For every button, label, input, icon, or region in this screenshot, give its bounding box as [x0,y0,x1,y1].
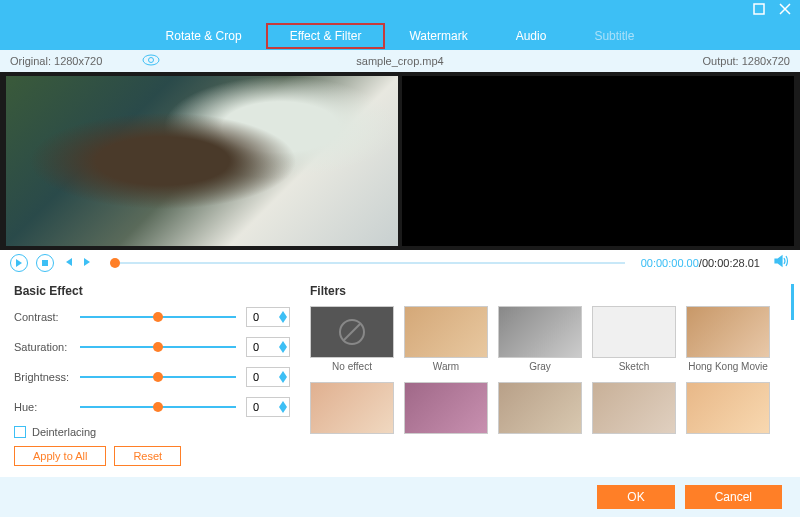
contrast-slider[interactable] [80,316,236,318]
footer: OK Cancel [0,477,800,517]
filter-row2-b[interactable] [404,382,488,434]
play-button[interactable] [10,254,28,272]
filter-row2-a[interactable] [310,382,394,434]
output-resolution: Output: 1280x720 [703,55,790,67]
ok-button[interactable]: OK [597,485,674,509]
filter-warm-label: Warm [404,361,488,372]
deinterlacing-row[interactable]: Deinterlacing [14,426,290,438]
svg-rect-3 [42,260,48,266]
hue-spinner[interactable] [279,401,287,413]
tab-subtitle[interactable]: Subtitle [570,23,658,49]
volume-icon[interactable] [774,254,790,272]
stop-button[interactable] [36,254,54,272]
filter-none-label: No effect [310,361,394,372]
brightness-thumb[interactable] [153,372,163,382]
hue-thumb[interactable] [153,402,163,412]
brightness-value[interactable]: 0 [246,367,290,387]
filter-2c-thumb [498,382,582,434]
next-frame-button[interactable] [82,254,94,272]
filter-none-thumb [310,306,394,358]
tab-bar: Rotate & Crop Effect & Filter Watermark … [0,22,800,50]
filter-sketch-label: Sketch [592,361,676,372]
filter-sketch[interactable]: Sketch [592,306,676,372]
deinterlacing-label: Deinterlacing [32,426,96,438]
saturation-label: Saturation: [14,341,80,353]
close-icon[interactable] [778,2,792,20]
hue-label: Hue: [14,401,80,413]
brightness-slider[interactable] [80,376,236,378]
preview-output [402,76,794,246]
filename: sample_crop.mp4 [356,55,443,67]
brightness-label: Brightness: [14,371,80,383]
playback-controls: 00:00:00.00/00:00:28.01 [0,250,800,276]
brightness-spinner[interactable] [279,371,287,383]
basic-effect-title: Basic Effect [14,284,290,298]
original-resolution: Original: 1280x720 [10,55,102,67]
saturation-slider[interactable] [80,346,236,348]
time-total: 00:00:28.01 [702,257,760,269]
tab-watermark[interactable]: Watermark [385,23,491,49]
maximize-icon[interactable] [752,2,766,20]
filter-gray-thumb [498,306,582,358]
deinterlacing-checkbox[interactable] [14,426,26,438]
filter-gray[interactable]: Gray [498,306,582,372]
timeline-slider[interactable] [110,262,625,264]
preview-original [6,76,398,246]
contrast-spinner[interactable] [279,311,287,323]
filter-gray-label: Gray [498,361,582,372]
filter-hongkong[interactable]: Hong Kong Movie [686,306,770,372]
filter-sketch-thumb [592,306,676,358]
info-bar: Original: 1280x720 sample_crop.mp4 Outpu… [0,50,800,72]
apply-all-button[interactable]: Apply to All [14,446,106,466]
hue-slider[interactable] [80,406,236,408]
tab-audio[interactable]: Audio [492,23,571,49]
filter-2d-thumb [592,382,676,434]
preview-area [0,72,800,250]
filters-panel: Filters No effect Warm Gray Sketch Hong … [310,284,786,466]
filter-hk-label: Hong Kong Movie [686,361,770,372]
filter-warm-thumb [404,306,488,358]
filter-2a-thumb [310,382,394,434]
titlebar [0,0,800,22]
cancel-button[interactable]: Cancel [685,485,782,509]
basic-effect-panel: Basic Effect Contrast: 0 Saturation: 0 B… [14,284,290,466]
tab-rotate-crop[interactable]: Rotate & Crop [142,23,266,49]
filter-none[interactable]: No effect [310,306,394,372]
reset-button[interactable]: Reset [114,446,181,466]
svg-point-2 [149,58,154,63]
editor-panel: Basic Effect Contrast: 0 Saturation: 0 B… [0,276,800,466]
contrast-label: Contrast: [14,311,80,323]
filters-scrollbar[interactable] [791,284,794,320]
contrast-thumb[interactable] [153,312,163,322]
svg-point-1 [143,55,159,65]
saturation-spinner[interactable] [279,341,287,353]
filter-warm[interactable]: Warm [404,306,488,372]
hue-value[interactable]: 0 [246,397,290,417]
saturation-value[interactable]: 0 [246,337,290,357]
timeline-thumb[interactable] [110,258,120,268]
filter-2b-thumb [404,382,488,434]
svg-rect-0 [754,4,764,14]
tab-effect-filter[interactable]: Effect & Filter [266,23,386,49]
contrast-value[interactable]: 0 [246,307,290,327]
preview-eye-icon[interactable] [142,54,160,68]
filter-row2-c[interactable] [498,382,582,434]
filter-hk-thumb [686,306,770,358]
filter-2e-thumb [686,382,770,434]
filters-title: Filters [310,284,786,298]
time-current: 00:00:00.00 [641,257,699,269]
prev-frame-button[interactable] [62,254,74,272]
filter-row2-e[interactable] [686,382,770,434]
filter-row2-d[interactable] [592,382,676,434]
saturation-thumb[interactable] [153,342,163,352]
